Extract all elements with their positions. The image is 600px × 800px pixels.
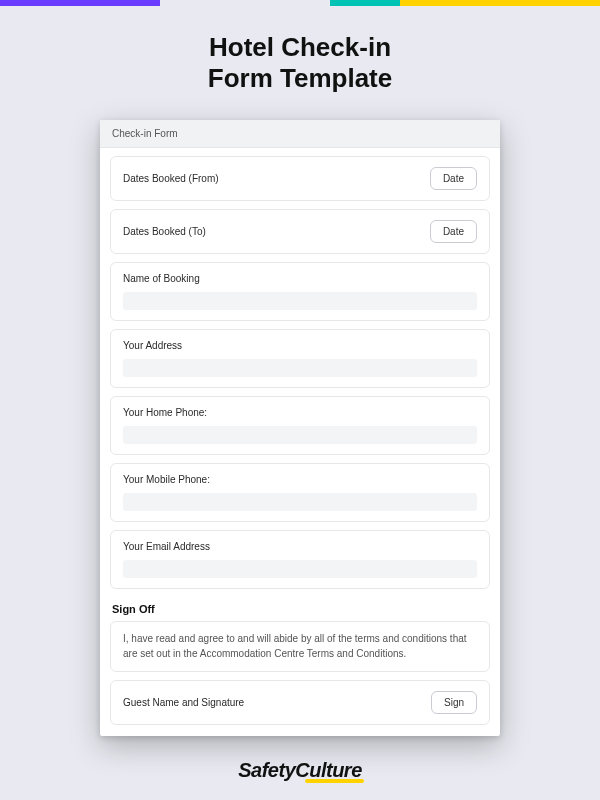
accent-top-bar: [0, 0, 600, 6]
accent-seg-gap: [160, 0, 330, 6]
field-dates-to: Dates Booked (To) Date: [110, 209, 490, 254]
form-sheet: Check-in Form Dates Booked (From) Date D…: [100, 120, 500, 736]
section-sign-off: Sign Off: [110, 597, 490, 621]
home-phone-input[interactable]: [123, 426, 477, 444]
field-label: Your Email Address: [123, 541, 477, 552]
brand-logo: SafetyCulture: [238, 759, 362, 782]
date-button-from[interactable]: Date: [430, 167, 477, 190]
accent-seg-teal: [330, 0, 400, 6]
field-home-phone: Your Home Phone:: [110, 396, 490, 455]
field-address: Your Address: [110, 329, 490, 388]
mobile-phone-input[interactable]: [123, 493, 477, 511]
page-title: Hotel Check-in Form Template: [0, 0, 600, 94]
accent-seg-yellow: [400, 0, 600, 6]
field-label: Dates Booked (From): [123, 173, 219, 184]
date-button-to[interactable]: Date: [430, 220, 477, 243]
brand-footer: SafetyCulture: [0, 759, 600, 782]
field-label: Dates Booked (To): [123, 226, 206, 237]
address-input[interactable]: [123, 359, 477, 377]
field-label: Your Address: [123, 340, 477, 351]
page-title-line-1: Hotel Check-in: [209, 32, 391, 62]
field-booking-name: Name of Booking: [110, 262, 490, 321]
email-input[interactable]: [123, 560, 477, 578]
form-header: Check-in Form: [100, 120, 500, 148]
agreement-text: I, have read and agree to and will abide…: [110, 621, 490, 672]
field-mobile-phone: Your Mobile Phone:: [110, 463, 490, 522]
sign-button[interactable]: Sign: [431, 691, 477, 714]
page-title-line-2: Form Template: [208, 63, 392, 93]
booking-name-input[interactable]: [123, 292, 477, 310]
form-body: Dates Booked (From) Date Dates Booked (T…: [100, 148, 500, 725]
field-email: Your Email Address: [110, 530, 490, 589]
field-label: Guest Name and Signature: [123, 697, 244, 708]
field-label: Name of Booking: [123, 273, 477, 284]
field-dates-from: Dates Booked (From) Date: [110, 156, 490, 201]
accent-seg-purple: [0, 0, 160, 6]
field-signature: Guest Name and Signature Sign: [110, 680, 490, 725]
field-label: Your Mobile Phone:: [123, 474, 477, 485]
field-label: Your Home Phone:: [123, 407, 477, 418]
